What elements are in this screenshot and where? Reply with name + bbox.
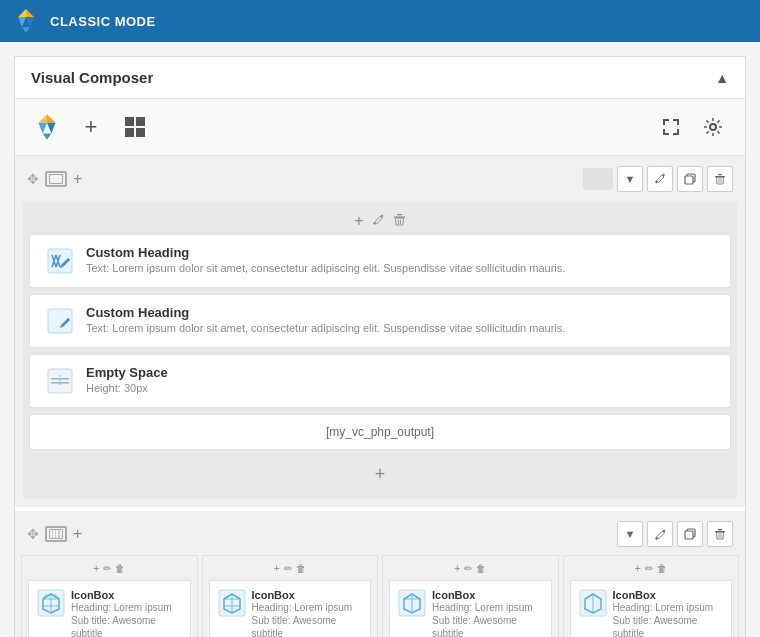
col3-add-btn[interactable]: + — [454, 562, 460, 574]
svg-marker-1 — [18, 9, 26, 17]
svg-marker-8 — [47, 123, 56, 134]
svg-rect-13 — [136, 128, 145, 137]
col3-iconbox-icon — [398, 589, 426, 621]
row2-wrapper: ✥ + ▼ — [15, 511, 745, 637]
vc-toolbar: + — [15, 99, 745, 156]
section-action-bar: + — [29, 208, 731, 234]
svg-rect-18 — [685, 176, 693, 184]
vc-collapse-icon[interactable]: ▲ — [715, 70, 729, 86]
vc-header: Visual Composer ▲ — [15, 57, 745, 99]
row1-layout-icon[interactable] — [45, 171, 67, 187]
custom-heading-icon-2 — [44, 305, 76, 337]
row1-edit-btn[interactable] — [647, 166, 673, 192]
col1-add-btn[interactable]: + — [93, 562, 99, 574]
row2-layout-icon[interactable] — [45, 526, 67, 542]
svg-marker-3 — [26, 17, 34, 27]
col4-delete-btn[interactable]: 🗑 — [657, 563, 667, 574]
svg-rect-16 — [50, 175, 62, 183]
svg-rect-41 — [718, 529, 722, 530]
row1-add-icon[interactable]: + — [73, 170, 82, 188]
svg-rect-10 — [125, 117, 134, 126]
svg-rect-37 — [60, 530, 63, 538]
col4-iconbox-icon — [579, 589, 607, 621]
svg-marker-9 — [43, 133, 52, 139]
svg-rect-24 — [397, 214, 402, 215]
col2-add-btn[interactable]: + — [274, 562, 280, 574]
settings-button[interactable] — [695, 109, 731, 145]
row1-delete-btn[interactable] — [707, 166, 733, 192]
custom-heading-icon-1 — [44, 245, 76, 277]
element-empty-space: Empty Space Height: 30px — [29, 354, 731, 408]
col3-edit-btn[interactable]: ✏ — [464, 563, 472, 574]
svg-rect-20 — [718, 174, 722, 175]
col3-delete-btn[interactable]: 🗑 — [476, 563, 486, 574]
vc-logo-icon[interactable] — [29, 109, 65, 145]
section-edit-btn[interactable] — [372, 213, 385, 229]
col3: + ✏ 🗑 — [382, 555, 559, 637]
row2-dropdown-btn[interactable]: ▼ — [617, 521, 643, 547]
col2-iconbox-icon — [218, 589, 246, 621]
templates-button[interactable] — [117, 109, 153, 145]
svg-point-14 — [710, 124, 716, 130]
svg-rect-36 — [56, 530, 59, 538]
col1-delete-btn[interactable]: 🗑 — [115, 563, 125, 574]
col1-iconbox-icon — [37, 589, 65, 621]
col3-iconbox: IconBox Heading: Lorem ipsum Sub title: … — [389, 580, 552, 637]
col1: + ✏ 🗑 — [21, 555, 198, 637]
row2-delete-btn[interactable] — [707, 521, 733, 547]
svg-marker-6 — [38, 114, 47, 123]
row1-dropdown-btn[interactable]: ▼ — [617, 166, 643, 192]
row2-edit-btn[interactable] — [647, 521, 673, 547]
col3-header: + ✏ 🗑 — [389, 562, 552, 574]
col1-iconbox-info: IconBox Heading: Lorem ipsum Sub title: … — [71, 589, 182, 637]
col2-edit-btn[interactable]: ✏ — [284, 563, 292, 574]
row1-drag-handle[interactable]: ✥ — [27, 171, 39, 187]
col1-iconbox: IconBox Heading: Lorem ipsum Sub title: … — [28, 580, 191, 637]
col2-header: + ✏ 🗑 — [209, 562, 372, 574]
row2-columns: + ✏ 🗑 — [19, 553, 741, 637]
col1-edit-btn[interactable]: ✏ — [103, 563, 111, 574]
row2-drag-handle[interactable]: ✥ — [27, 526, 39, 542]
element-custom-heading-2: Custom Heading Text: Lorem ipsum dolor s… — [29, 294, 731, 348]
row1-wrapper: ✥ + ▼ — [15, 156, 745, 507]
col2-delete-btn[interactable]: 🗑 — [296, 563, 306, 574]
svg-marker-0 — [26, 9, 34, 17]
logo-icon — [12, 7, 40, 35]
section-delete-btn[interactable] — [393, 213, 406, 229]
svg-marker-2 — [18, 17, 26, 27]
main-content: Visual Composer ▲ + — [0, 42, 760, 637]
row1-controls-right: ▼ — [583, 166, 733, 192]
row1-search-box — [583, 168, 613, 190]
row2-copy-btn[interactable] — [677, 521, 703, 547]
svg-marker-4 — [22, 27, 30, 33]
row2-add-icon[interactable]: + — [73, 525, 82, 543]
top-bar-title: CLASSIC MODE — [50, 14, 156, 29]
col4-iconbox-info: IconBox Heading: Lorem ipsum Sub title: … — [613, 589, 724, 637]
col4-add-btn[interactable]: + — [635, 562, 641, 574]
vc-title: Visual Composer — [31, 69, 153, 86]
row1-column: + — [23, 202, 737, 499]
col2-iconbox: IconBox Heading: Lorem ipsum Sub title: … — [209, 580, 372, 637]
shortcode-block: [my_vc_php_output] — [29, 414, 731, 450]
row1-copy-btn[interactable] — [677, 166, 703, 192]
col4-iconbox: IconBox Heading: Lorem ipsum Sub title: … — [570, 580, 733, 637]
empty-space-icon — [44, 365, 76, 397]
svg-marker-5 — [47, 114, 56, 123]
row2-controls-right: ▼ — [617, 521, 733, 547]
add-element-button[interactable]: + — [73, 109, 109, 145]
col2: + ✏ 🗑 — [202, 555, 379, 637]
element-info-1: Custom Heading Text: Lorem ipsum dolor s… — [86, 245, 565, 274]
top-bar: CLASSIC MODE — [0, 0, 760, 42]
svg-rect-11 — [136, 117, 145, 126]
vc-panel: Visual Composer ▲ + — [14, 56, 746, 637]
fullscreen-button[interactable] — [653, 109, 689, 145]
svg-rect-12 — [125, 128, 134, 137]
col1-header: + ✏ 🗑 — [28, 562, 191, 574]
svg-rect-35 — [53, 530, 56, 538]
col-bottom-add-btn[interactable]: + — [29, 456, 731, 493]
section-add-btn[interactable]: + — [354, 212, 363, 230]
svg-rect-39 — [685, 531, 693, 539]
col4-header: + ✏ 🗑 — [570, 562, 733, 574]
col4-edit-btn[interactable]: ✏ — [645, 563, 653, 574]
col2-iconbox-info: IconBox Heading: Lorem ipsum Sub title: … — [252, 589, 363, 637]
